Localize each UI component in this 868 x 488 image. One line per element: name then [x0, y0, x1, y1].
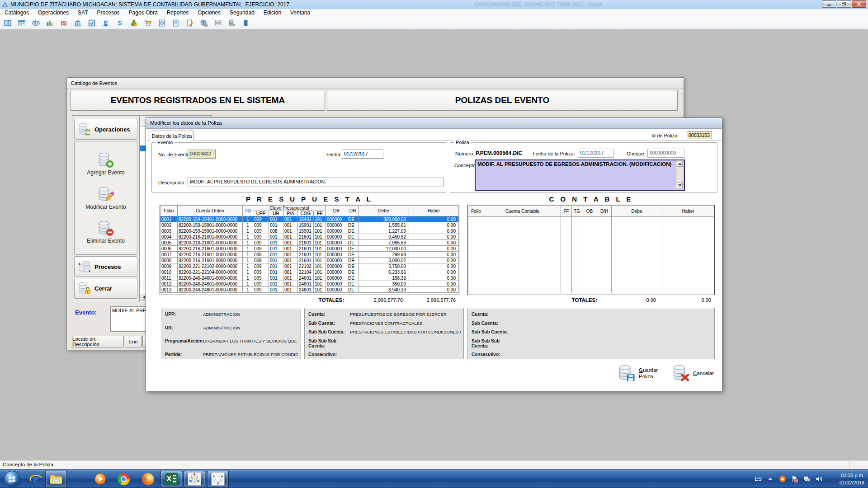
- network-icon[interactable]: [803, 475, 811, 483]
- id-de-poliza-field[interactable]: 00033153: [687, 131, 712, 139]
- close-button[interactable]: [852, 0, 866, 8]
- board-check-icon[interactable]: [88, 19, 96, 27]
- globe-gear-icon[interactable]: [200, 19, 208, 27]
- menu-item[interactable]: Pagos Obra: [124, 9, 162, 16]
- menu-item[interactable]: Procesos: [93, 9, 124, 16]
- exit-door-icon[interactable]: [242, 19, 250, 27]
- table-row[interactable]: 000482200-216-21601-0000-00001 009001001…: [160, 234, 459, 240]
- sidebar-label-cerrar: Cerrar: [94, 285, 112, 292]
- empty-table-body: [468, 217, 714, 293]
- tab-polizas-del-evento[interactable]: POLIZAS DEL EVENTO: [327, 90, 678, 111]
- table-row[interactable]: 001182200-246-24601-0000-00001 009001001…: [160, 275, 459, 281]
- taskbar-app-button[interactable]: [184, 471, 205, 487]
- month-button-ene[interactable]: Ene: [125, 336, 142, 347]
- tray-arrow-icon[interactable]: [767, 475, 774, 483]
- calendar-icon[interactable]: [18, 19, 26, 27]
- table-row[interactable]: 000782200-216-21601-0000-00001 009001001…: [160, 252, 459, 258]
- scroll-up-icon[interactable]: [677, 161, 683, 167]
- ledger-icon[interactable]: [172, 19, 180, 27]
- dialog-title: Modificar los datos de la Poliza: [146, 118, 722, 129]
- building-icon[interactable]: [102, 19, 110, 27]
- no-de-evento-field[interactable]: 00009802: [188, 150, 216, 159]
- dollar-icon[interactable]: $: [116, 19, 124, 27]
- taskbar-app-button[interactable]: X: [160, 471, 182, 487]
- money-paren-icon[interactable]: ($): [60, 19, 68, 27]
- table-row[interactable]: 000282200-159-15901-0000-00001 009001001…: [160, 222, 459, 228]
- menu-item[interactable]: Ventana: [286, 9, 315, 16]
- menu-item[interactable]: Reportes: [162, 9, 193, 16]
- doc-clock-icon[interactable]: [158, 19, 166, 27]
- guardar-poliza-button[interactable]: GuardarPoliza: [618, 363, 658, 384]
- volume-icon[interactable]: [816, 475, 823, 483]
- svg-text:$: $: [135, 23, 136, 26]
- cart-icon[interactable]: [144, 19, 152, 27]
- screen: MUNICIPIO DE ZITÁCUARO MICHOACAN: SISTEM…: [0, 0, 868, 488]
- table-row[interactable]: 000182200-154-15401-0000-00001 009001001…: [160, 216, 459, 222]
- menu-item[interactable]: Edición: [259, 9, 286, 16]
- presupuestal-totals: TOTALES: 2,996,577.76 2,996,577.76: [160, 297, 459, 303]
- evento-label: Evento:: [75, 309, 97, 316]
- contable-totals: TOTALES: 0.00 0.00: [467, 297, 715, 303]
- tab-eventos-registrados[interactable]: EVENTOS REGISTRADOS EN EL SISTEMA: [71, 90, 325, 111]
- tab-divider: [146, 141, 722, 141]
- table-row[interactable]: 000882200-216-21601-0000-00001 009001001…: [160, 258, 459, 263]
- menu-item[interactable]: Opciones: [193, 9, 225, 16]
- concepto-scrollbar[interactable]: [676, 160, 683, 189]
- total-haber: 2,996,577.76: [408, 297, 459, 303]
- printer-icon[interactable]: [214, 19, 222, 27]
- app-icon: X: [165, 472, 178, 486]
- menu-item[interactable]: Catálogos: [0, 9, 33, 16]
- taskbar-app-button[interactable]: e: [25, 471, 47, 487]
- start-button[interactable]: [4, 470, 21, 488]
- doc-edit-icon[interactable]: [186, 19, 194, 27]
- taskbar-clock[interactable]: 03:35 p.m. 01/02/2018: [826, 472, 864, 486]
- table-row[interactable]: 001082200-221-22104-0000-00001 009001001…: [160, 269, 459, 275]
- fecha-field[interactable]: 01/12/2017: [342, 150, 383, 159]
- sidebar-item-eliminar-evento[interactable]: Eliminar Evento: [87, 220, 125, 244]
- database-sync-icon: [78, 122, 91, 136]
- numero-label: Número:: [455, 151, 474, 156]
- scroll-down-icon[interactable]: [677, 183, 683, 188]
- catalog-window-title: Catálogo de Eventos: [67, 78, 684, 89]
- taskbar-app-button[interactable]: [207, 471, 229, 487]
- chart-icon[interactable]: [46, 19, 54, 27]
- table-row[interactable]: 001282200-246-24601-0000-00001 009001001…: [160, 281, 459, 287]
- modules-icon[interactable]: [4, 19, 12, 27]
- table-row[interactable]: 000982200-221-22102-0000-00001 009001001…: [160, 263, 459, 269]
- minimize-button[interactable]: [822, 0, 836, 8]
- taskbar-app-button[interactable]: [45, 471, 67, 487]
- cancelar-button[interactable]: Cancelar: [672, 363, 714, 384]
- cfdi-reader-icon[interactable]: CFDI: [228, 19, 236, 27]
- taskbar-app-button[interactable]: [90, 471, 111, 487]
- avast-icon[interactable]: [779, 475, 786, 483]
- sidebar-operations-panel: Agregar Evento Modificar Evento Eliminar…: [74, 141, 137, 255]
- menu-item[interactable]: SAT: [73, 9, 92, 16]
- sidebar-item-modificar-evento[interactable]: Modificar Evento: [85, 186, 126, 210]
- concepto-textarea[interactable]: MODIF. AL PRESUPUESTO DE EGRESOS ADMINIS…: [475, 160, 685, 191]
- sidebar-item-agregar-evento[interactable]: Agregar Evento: [87, 152, 124, 176]
- action-flag-icon[interactable]: [791, 475, 798, 483]
- table-row[interactable]: 000582200-216-21601-0000-00001 009001001…: [160, 240, 459, 246]
- sidebar-button-operaciones[interactable]: Operaciones: [74, 119, 137, 140]
- balance-icon[interactable]: [32, 19, 40, 27]
- app-titlebar: MUNICIPIO DE ZITÁCUARO MICHOACAN: SISTEM…: [0, 0, 868, 9]
- sidebar-button-cerrar[interactable]: Cerrar: [74, 278, 137, 299]
- bank-icon[interactable]: [74, 19, 82, 27]
- menu-item[interactable]: Operaciones: [33, 9, 73, 16]
- table-row[interactable]: 001382200-246-24601-0000-00001 009001001…: [160, 287, 459, 293]
- taskbar-app-button[interactable]: [137, 471, 159, 487]
- money-bag-icon[interactable]: $: [130, 19, 138, 27]
- locate-on-descripcion-button[interactable]: Locate on: Descripción: [72, 336, 124, 347]
- language-indicator[interactable]: ES: [755, 476, 762, 482]
- tab-datos-de-la-poliza[interactable]: Datos de la Poliza: [150, 131, 194, 141]
- menu-item[interactable]: Seguridad: [225, 9, 259, 16]
- sidebar-button-procesos[interactable]: Procesos: [74, 256, 137, 277]
- table-row[interactable]: 000682200-216-21601-0000-00001 009001001…: [160, 246, 459, 252]
- restore-button[interactable]: [837, 0, 851, 8]
- sidebar: Operaciones Agregar Evento Modificar Eve…: [72, 115, 140, 302]
- cheque-field[interactable]: 0000000000: [647, 149, 684, 158]
- table-row[interactable]: 000382200-159-15901-0000-00001 009008001…: [160, 228, 459, 234]
- fecha-de-la-poliza-field[interactable]: 01/12/2017: [578, 149, 614, 158]
- descripcion-field[interactable]: MODIF. AL PRESUPUESTO DE EGRESOS ADMINIS…: [188, 178, 444, 187]
- taskbar-app-button[interactable]: [113, 471, 134, 487]
